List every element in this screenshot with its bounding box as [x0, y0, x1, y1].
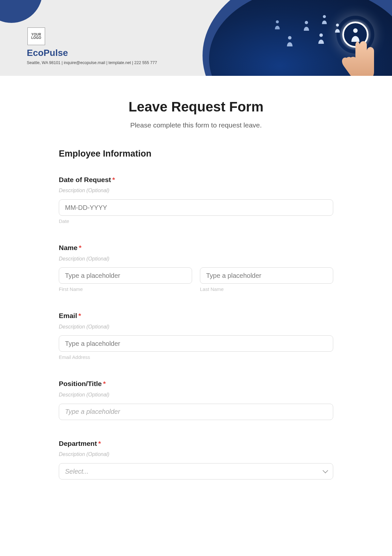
label-name: Name*	[59, 243, 333, 252]
field-position: Position/Title* Description (Optional)	[59, 379, 333, 420]
field-date-of-request: Date of Request* Description (Optional) …	[59, 175, 333, 224]
department-select[interactable]: Select...	[59, 463, 333, 480]
label-text: Name	[59, 244, 77, 251]
svg-point-1	[276, 20, 279, 23]
email-input[interactable]	[59, 335, 333, 352]
field-description[interactable]: Description (Optional)	[59, 256, 333, 262]
field-description[interactable]: Description (Optional)	[59, 187, 333, 194]
position-input[interactable]	[59, 404, 333, 420]
label-text: Email	[59, 312, 77, 319]
logo-placeholder: YOUR LOGO	[27, 27, 45, 45]
field-description[interactable]: Description (Optional)	[59, 324, 333, 330]
logo-text: YOUR LOGO	[31, 33, 41, 40]
label-department: Department*	[59, 439, 333, 448]
brand-name: EcoPulse	[27, 48, 68, 58]
sublabel-first-name: First Name	[59, 286, 192, 292]
sublabel-date: Date	[59, 218, 333, 224]
page-subtitle: Please complete this form to request lea…	[59, 120, 333, 130]
required-marker: *	[78, 312, 81, 319]
required-marker: *	[98, 440, 101, 447]
svg-point-6	[353, 28, 358, 33]
form-container: Leave Request Form Please complete this …	[39, 76, 353, 502]
field-description[interactable]: Description (Optional)	[59, 392, 333, 398]
svg-point-2	[305, 21, 308, 24]
label-email: Email*	[59, 311, 333, 320]
brand-contact: Seattle, WA 98101 | inquire@ecopulse.mai…	[27, 60, 157, 66]
person-icon	[274, 20, 281, 29]
field-name: Name* Description (Optional) First Name …	[59, 243, 333, 292]
label-text: Department	[59, 440, 97, 447]
section-employee-info: Employee Information	[59, 148, 333, 159]
required-marker: *	[103, 380, 106, 387]
decor-circle-left	[0, 0, 42, 23]
required-marker: *	[79, 244, 81, 251]
required-marker: *	[112, 176, 115, 183]
person-icon	[317, 33, 325, 44]
svg-point-4	[323, 15, 326, 18]
label-text: Date of Request	[59, 176, 111, 183]
sublabel-last-name: Last Name	[200, 286, 333, 292]
last-name-input[interactable]	[200, 267, 333, 284]
person-icon	[321, 14, 328, 24]
person-icon	[302, 20, 310, 31]
svg-point-0	[288, 36, 292, 40]
label-position: Position/Title*	[59, 379, 333, 388]
field-department: Department* Description (Optional) Selec…	[59, 439, 333, 480]
person-icon	[286, 35, 294, 46]
field-email: Email* Description (Optional) Email Addr…	[59, 311, 333, 360]
page-title: Leave Request Form	[59, 99, 333, 115]
label-date-of-request: Date of Request*	[59, 175, 333, 184]
label-text: Position/Title	[59, 380, 102, 387]
sublabel-email: Email Address	[59, 354, 333, 360]
first-name-input[interactable]	[59, 267, 192, 284]
svg-point-3	[319, 33, 323, 37]
date-of-request-input[interactable]	[59, 199, 333, 216]
header-banner: YOUR LOGO EcoPulse Seattle, WA 98101 | i…	[0, 0, 392, 76]
field-description[interactable]: Description (Optional)	[59, 451, 333, 458]
pointing-finger-icon	[333, 41, 379, 76]
